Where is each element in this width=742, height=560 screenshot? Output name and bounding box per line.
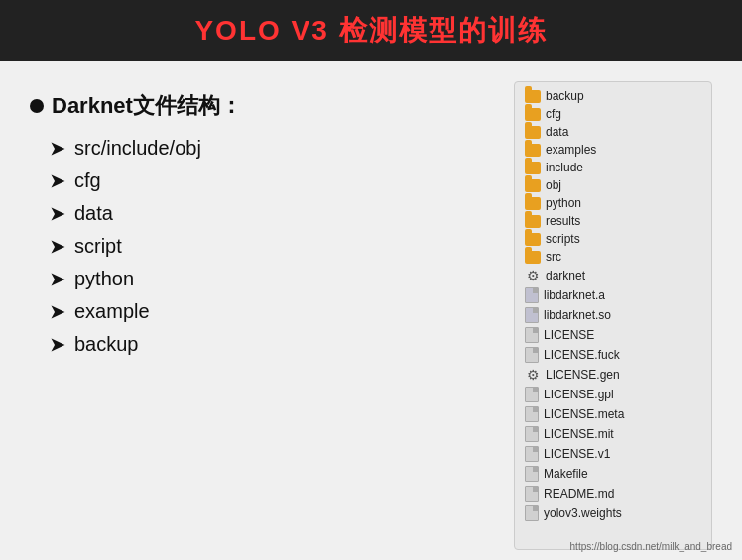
folder-icon: [525, 197, 541, 210]
arrow-icon: ➤: [50, 138, 64, 160]
bullet-dot: [30, 99, 44, 113]
arrow-icon: ➤: [50, 236, 64, 258]
file-icon: [525, 287, 539, 303]
gear-icon: ⚙: [525, 268, 541, 283]
folder-icon: [525, 126, 541, 139]
file-item-backup: backup: [523, 88, 703, 104]
file-item-python: python: [523, 195, 703, 211]
file-item-include: include: [523, 160, 703, 175]
file-item-src: src: [523, 249, 703, 265]
folder-icon: [525, 108, 541, 121]
list-item: ➤ src/include/obj: [50, 137, 494, 160]
file-item-results: results: [523, 213, 703, 229]
file-item-license-meta: LICENSE.meta: [523, 405, 703, 423]
file-item-license: LICENSE: [523, 326, 703, 344]
file-item-makefile: Makefile: [523, 465, 703, 483]
file-item-libdarknet-a: libdarknet.a: [523, 286, 703, 304]
file-item-data: data: [523, 124, 703, 140]
arrow-icon: ➤: [50, 334, 64, 356]
arrow-icon: ➤: [50, 170, 64, 192]
folder-icon: [525, 162, 541, 174]
list-item: ➤ data: [50, 202, 494, 225]
file-icon: [525, 307, 539, 323]
folder-icon: [525, 144, 541, 157]
list-item: ➤ python: [50, 268, 494, 290]
file-icon: [525, 505, 539, 521]
file-item-license-gen: ⚙ LICENSE.gen: [523, 366, 703, 384]
file-item-license-mit: LICENSE.mit: [523, 425, 703, 443]
folder-icon: [525, 90, 541, 103]
file-item-license-fuck: LICENSE.fuck: [523, 346, 703, 364]
footer-url: https://blog.csdn.net/milk_and_bread: [570, 541, 732, 552]
list-item: ➤ cfg: [50, 169, 494, 192]
list-item: ➤ example: [50, 300, 494, 323]
list-item: ➤ script: [50, 235, 494, 258]
file-item-darknet: ⚙ darknet: [523, 267, 703, 284]
folder-icon: [525, 179, 541, 192]
file-item-scripts: scripts: [523, 231, 703, 247]
arrow-icon: ➤: [50, 203, 64, 225]
file-icon: [525, 486, 539, 502]
folder-icon: [525, 215, 541, 228]
file-icon: [525, 406, 539, 422]
file-icon: [525, 446, 539, 462]
slide-title: YOLO V3 检测模型的训练: [0, 0, 742, 61]
list-items: ➤ src/include/obj ➤ cfg ➤ data ➤ script …: [30, 137, 494, 356]
file-item-cfg: cfg: [523, 106, 703, 122]
file-icon: [525, 387, 539, 402]
slide: YOLO V3 检测模型的训练 Darknet文件结构： ➤ src/inclu…: [0, 0, 742, 560]
folder-icon: [525, 233, 541, 246]
folder-icon: [525, 251, 541, 264]
file-item-license-v1: LICENSE.v1: [523, 445, 703, 463]
file-item-libdarknet-so: libdarknet.so: [523, 306, 703, 324]
file-icon: [525, 347, 539, 363]
arrow-icon: ➤: [50, 269, 64, 290]
gear-icon: ⚙: [525, 367, 541, 383]
section-title: Darknet文件结构：: [30, 91, 494, 121]
file-item-obj: obj: [523, 177, 703, 193]
arrow-icon: ➤: [50, 301, 64, 323]
left-panel: Darknet文件结构： ➤ src/include/obj ➤ cfg ➤ d…: [30, 81, 494, 550]
file-item-license-gpl: LICENSE.gpl: [523, 386, 703, 403]
file-icon: [525, 327, 539, 343]
file-icon: [525, 466, 539, 482]
content-area: Darknet文件结构： ➤ src/include/obj ➤ cfg ➤ d…: [0, 61, 742, 560]
file-icon: [525, 426, 539, 442]
file-item-examples: examples: [523, 142, 703, 158]
file-item-yolov3-weights: yolov3.weights: [523, 504, 703, 522]
list-item: ➤ backup: [50, 333, 494, 356]
file-tree-panel: backup cfg data examples include obj: [514, 81, 712, 550]
file-item-readme: README.md: [523, 485, 703, 503]
